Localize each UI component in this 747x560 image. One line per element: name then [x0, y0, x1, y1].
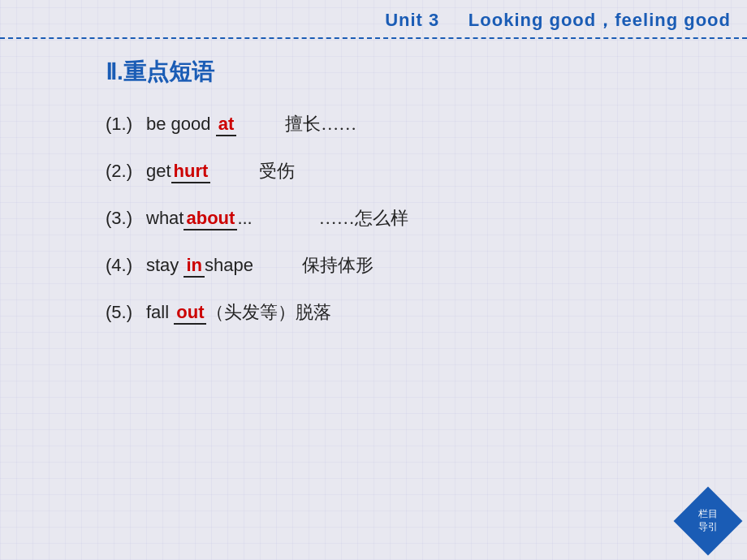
phrase-text: stay inshape [146, 255, 253, 278]
phrase-number: (3.) [106, 208, 146, 229]
page-header: Unit 3 Looking good，feeling good [0, 0, 747, 39]
list-item: (4.) stay inshape 保持体形 [106, 253, 715, 278]
phrase-number: (5.) [106, 302, 146, 323]
answer-5: out [174, 302, 206, 325]
translation-2: 受伤 [259, 159, 295, 183]
list-item: (2.) gethurt 受伤 [106, 159, 715, 183]
phrase-list: (1.) be good at 擅长…… (2.) gethurt 受伤 (3.… [106, 112, 715, 325]
phrase-number: (4.) [106, 255, 146, 276]
answer-4: in [184, 255, 205, 278]
phrase-text: gethurt [146, 161, 210, 183]
phrase-text: be good at [146, 114, 236, 136]
translation-1: 擅长…… [285, 112, 356, 136]
nav-diamond[interactable]: 栏目导引 [684, 497, 732, 545]
list-item: (3.) whatabout... ……怎么样 [106, 206, 715, 230]
nav-diamond-inner[interactable]: 栏目导引 [674, 487, 743, 556]
phrase-number: (2.) [106, 161, 146, 182]
nav-label: 栏目导引 [698, 508, 718, 533]
answer-3: about [184, 208, 237, 230]
main-content: Ⅱ.重点短语 (1.) be good at 擅长…… (2.) gethurt… [106, 57, 715, 325]
phrase-number: (1.) [106, 114, 146, 135]
list-item: (5.) fall out（头发等）脱落 [106, 300, 715, 325]
list-item: (1.) be good at 擅长…… [106, 112, 715, 136]
phrase-text: whatabout... [146, 208, 253, 230]
translation-4: 保持体形 [302, 253, 374, 278]
phrase-text: fall out（头发等）脱落 [146, 300, 331, 325]
answer-2: hurt [171, 161, 211, 183]
header-title: Unit 3 Looking good，feeling good [385, 10, 731, 30]
section-title: Ⅱ.重点短语 [106, 57, 715, 88]
unit-subtitle: Looking good，feeling good [445, 10, 731, 30]
unit-number: Unit 3 [385, 10, 439, 30]
translation-3: ……怎么样 [301, 206, 408, 230]
answer-1: at [216, 114, 237, 136]
